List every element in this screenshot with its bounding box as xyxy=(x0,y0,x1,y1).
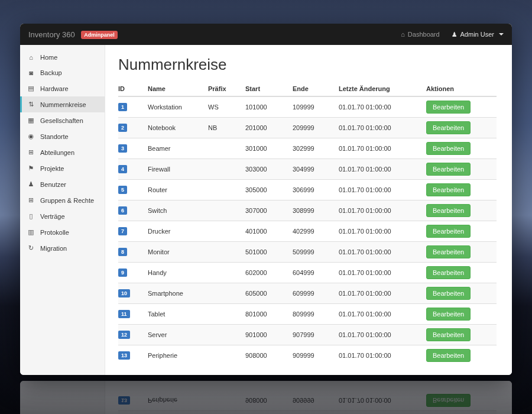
flag-icon: ⚑ xyxy=(27,164,35,172)
cell-prefix xyxy=(208,159,245,180)
cell-name: Switch xyxy=(148,200,208,221)
sidebar-item-label: Nummernkreise xyxy=(40,101,86,108)
edit-button[interactable]: Bearbeiten xyxy=(426,163,471,176)
home-icon: ⌂ xyxy=(27,54,35,61)
cell-modified: 01.01.70 01:00:00 xyxy=(339,159,426,180)
edit-button[interactable]: Bearbeiten xyxy=(426,121,471,134)
cell-prefix xyxy=(208,345,245,366)
cell-start: 101000 xyxy=(245,96,293,118)
cell-modified: 01.01.70 01:00:00 xyxy=(339,118,426,138)
cell-end: 304999 xyxy=(293,159,339,180)
cell-end: 909999 xyxy=(293,345,339,366)
edit-button[interactable]: Bearbeiten xyxy=(426,287,471,300)
cell-end: 609999 xyxy=(293,283,339,304)
edit-button[interactable]: Bearbeiten xyxy=(426,328,471,341)
table-header-row: ID Name Präfix Start Ende Letzte Änderun… xyxy=(118,82,497,96)
user-icon: ♟ xyxy=(27,180,35,188)
edit-button[interactable]: Bearbeiten xyxy=(426,349,471,362)
sidebar-item-label: Hardware xyxy=(40,85,69,92)
cell-name: Beamer xyxy=(148,138,208,159)
cell-id: 2 xyxy=(118,118,148,138)
map-marker-icon: ◉ xyxy=(27,132,35,140)
sidebar-item-gruppen-rechte[interactable]: ⊞ Gruppen & Rechte xyxy=(20,192,105,208)
sidebar-item-gesellschaften[interactable]: ▦ Gesellschaften xyxy=(20,112,105,128)
dashboard-label: Dashboard xyxy=(408,31,440,38)
row-id-badge: 9 xyxy=(118,269,127,277)
edit-button[interactable]: Bearbeiten xyxy=(426,183,471,196)
edit-button[interactable]: Bearbeiten xyxy=(426,225,471,238)
row-id-badge: 11 xyxy=(118,310,130,318)
cell-end: 306999 xyxy=(293,180,339,200)
cell-start: 307000 xyxy=(245,200,293,221)
cell-actions: Bearbeiten xyxy=(426,242,497,263)
cell-actions: Bearbeiten xyxy=(426,263,497,283)
cell-id: 1 xyxy=(118,96,148,118)
cell-end: 907999 xyxy=(293,325,339,345)
edit-button[interactable]: Bearbeiten xyxy=(426,204,471,217)
edit-button[interactable]: Bearbeiten xyxy=(426,101,471,114)
cell-modified: 01.01.70 01:00:00 xyxy=(339,96,426,118)
row-id-badge: 5 xyxy=(118,186,127,194)
sidebar-item-benutzer[interactable]: ♟ Benutzer xyxy=(20,176,105,192)
sort-icon: ⇅ xyxy=(27,101,35,108)
hdd-icon: ▤ xyxy=(27,85,35,92)
cell-name: Peripherie xyxy=(148,345,208,366)
app-window: Inventory 360 Adminpanel ⌂ Dashboard ♟ A… xyxy=(20,24,512,375)
cell-name: Notebook xyxy=(148,118,208,138)
edit-button[interactable]: Bearbeiten xyxy=(426,245,471,258)
cell-prefix xyxy=(208,325,245,345)
cell-actions: Bearbeiten xyxy=(426,325,497,345)
edit-button[interactable]: Bearbeiten xyxy=(426,266,471,279)
col-header-prefix: Präfix xyxy=(208,82,245,96)
cell-actions: Bearbeiten xyxy=(426,221,497,242)
sidebar-item-label: Standorte xyxy=(40,133,69,140)
cell-name: Tablet xyxy=(148,304,208,325)
sidebar-item-label: Gesellschaften xyxy=(40,117,83,124)
row-id-badge: 13 xyxy=(118,351,130,360)
sidebar-item-abteilungen[interactable]: ⊞ Abteilungen xyxy=(20,144,105,160)
cell-prefix xyxy=(208,263,245,283)
nummernkreise-table: ID Name Präfix Start Ende Letzte Änderun… xyxy=(118,82,497,366)
row-id-badge: 10 xyxy=(118,289,130,297)
app-body: ⌂ Home ◙ Backup ▤ Hardware ⇅ Nummernkrei… xyxy=(20,45,512,375)
edit-button[interactable]: Bearbeiten xyxy=(426,308,471,321)
sidebar-item-protokolle[interactable]: ▥ Protokolle xyxy=(20,224,105,240)
cell-actions: Bearbeiten xyxy=(426,345,497,366)
navbar-right-group: ⌂ Dashboard ♟ Admin User xyxy=(401,31,504,38)
sidebar-item-standorte[interactable]: ◉ Standorte xyxy=(20,128,105,144)
row-id-badge: 1 xyxy=(118,103,127,111)
cell-start: 901000 xyxy=(245,325,293,345)
cell-modified: 01.01.70 01:00:00 xyxy=(339,345,426,366)
user-menu[interactable]: ♟ Admin User xyxy=(452,31,504,38)
cell-end: 509999 xyxy=(293,242,339,263)
sidebar-item-home[interactable]: ⌂ Home xyxy=(20,50,105,65)
row-id-badge: 8 xyxy=(118,248,127,256)
col-header-name: Name xyxy=(148,82,208,96)
sidebar-item-backup[interactable]: ◙ Backup xyxy=(20,65,105,80)
table-body: 1 Workstation WS 101000 109999 01.01.70 … xyxy=(118,96,497,366)
sidebar-menu: ⌂ Home ◙ Backup ▤ Hardware ⇅ Nummernkrei… xyxy=(20,50,105,256)
app-brand[interactable]: Inventory 360 xyxy=(28,30,75,39)
table-row: 8 Monitor 501000 509999 01.01.70 01:00:0… xyxy=(118,242,497,263)
cell-start: 605000 xyxy=(245,283,293,304)
cell-id: 10 xyxy=(118,283,148,304)
cell-actions: Bearbeiten xyxy=(426,96,497,118)
sidebar-item-nummernkreise[interactable]: ⇅ Nummernkreise xyxy=(20,96,105,112)
dashboard-link[interactable]: ⌂ Dashboard xyxy=(401,31,439,38)
sidebar-item-projekte[interactable]: ⚑ Projekte xyxy=(20,160,105,176)
sidebar-item-hardware[interactable]: ▤ Hardware xyxy=(20,80,105,96)
table-row: 11 Tablet 801000 809999 01.01.70 01:00:0… xyxy=(118,304,497,325)
main-content: Nummernkreise ID Name Präfix Start Ende xyxy=(105,45,512,375)
sidebar-item-label: Backup xyxy=(40,69,62,76)
cell-modified: 01.01.70 01:00:00 xyxy=(339,325,426,345)
edit-button[interactable]: Bearbeiten xyxy=(426,142,471,155)
sidebar-item-vertraege[interactable]: ▯ Verträge xyxy=(20,208,105,224)
cell-end: 604999 xyxy=(293,263,339,283)
table-row: 2 Notebook NB 201000 209999 01.01.70 01:… xyxy=(118,118,497,138)
cell-actions: Bearbeiten xyxy=(426,159,497,180)
col-header-actions: Aktionen xyxy=(426,82,497,96)
sidebar-item-migration[interactable]: ↻ Migration xyxy=(20,240,105,256)
cell-prefix xyxy=(208,200,245,221)
table-row: 3 Beamer 301000 302999 01.01.70 01:00:00… xyxy=(118,138,497,159)
table-row: 10 Smartphone 605000 609999 01.01.70 01:… xyxy=(118,283,497,304)
